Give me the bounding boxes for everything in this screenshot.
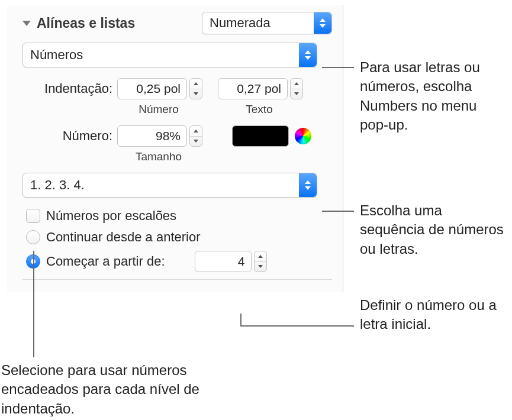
number-format-popup[interactable]: Números bbox=[22, 43, 317, 67]
leader-line bbox=[240, 325, 354, 327]
disclosure-triangle-icon[interactable] bbox=[22, 21, 31, 26]
indent-text-sublabel: Texto bbox=[218, 103, 301, 116]
continue-radio[interactable] bbox=[26, 230, 40, 244]
stepper-up-icon[interactable] bbox=[190, 126, 202, 137]
indent-number-stepper[interactable] bbox=[189, 78, 202, 99]
annotation-start-number: Definir o número ou a letra inicial. bbox=[360, 296, 502, 334]
stepper-down-icon[interactable] bbox=[190, 137, 202, 147]
tiered-checkbox-row: Números por escalões bbox=[22, 208, 332, 224]
bullets-lists-panel: Alíneas e listas Numerada Números Indent… bbox=[7, 5, 343, 292]
color-well[interactable] bbox=[232, 125, 289, 147]
start-from-radio-label: Começar a partir de: bbox=[46, 254, 165, 269]
continue-radio-row: Continuar desde a anterior bbox=[22, 230, 332, 245]
number-label: Número: bbox=[22, 128, 117, 144]
number-format-value: Números bbox=[23, 47, 299, 63]
annotation-number-format: Para usar letras ou números, escolha Num… bbox=[360, 58, 508, 135]
indent-number-field[interactable]: 0,25 pol bbox=[117, 78, 187, 99]
start-from-field[interactable]: 4 bbox=[195, 251, 252, 272]
stepper-down-icon[interactable] bbox=[190, 89, 202, 99]
indent-label: Indentação: bbox=[22, 81, 117, 96]
indent-sublabels: Número Texto bbox=[22, 103, 332, 116]
number-row: Número: 98% bbox=[22, 125, 332, 147]
indent-text-group: 0,27 pol bbox=[218, 78, 303, 99]
number-sublabels: Tamanho bbox=[22, 150, 332, 163]
sequence-popup[interactable]: 1. 2. 3. 4. bbox=[22, 173, 317, 198]
section-header: Alíneas e listas Numerada bbox=[22, 12, 332, 34]
stepper-down-icon[interactable] bbox=[291, 89, 302, 99]
start-from-radio-row: Começar a partir de: 4 bbox=[22, 251, 332, 272]
number-size-field[interactable]: 98% bbox=[117, 125, 187, 147]
annotation-tiered: Selecione para usar números encadeados p… bbox=[1, 361, 214, 418]
list-type-popup[interactable]: Numerada bbox=[202, 12, 332, 34]
indent-text-stepper[interactable] bbox=[290, 78, 303, 99]
indent-row: Indentação: 0,25 pol 0,27 pol bbox=[22, 78, 332, 99]
stepper-down-icon[interactable] bbox=[255, 262, 266, 272]
popup-arrows-icon bbox=[299, 43, 317, 67]
color-picker-icon[interactable] bbox=[295, 128, 311, 144]
indent-number-sublabel: Número bbox=[117, 103, 200, 116]
list-type-value: Numerada bbox=[202, 15, 314, 31]
number-size-sublabel: Tamanho bbox=[117, 150, 200, 163]
stepper-up-icon[interactable] bbox=[255, 251, 266, 262]
leader-line bbox=[322, 67, 354, 68]
section-title: Alíneas e listas bbox=[37, 15, 196, 31]
popup-arrows-icon bbox=[299, 173, 317, 197]
annotation-sequence: Escolha uma sequência de números ou letr… bbox=[360, 201, 508, 259]
start-from-group: 4 bbox=[195, 251, 267, 272]
stepper-up-icon[interactable] bbox=[190, 79, 202, 89]
indent-text-field[interactable]: 0,27 pol bbox=[218, 78, 288, 99]
popup-arrows-icon bbox=[314, 12, 331, 34]
tiered-checkbox[interactable] bbox=[26, 209, 40, 223]
divider bbox=[22, 279, 332, 280]
indent-number-group: 0,25 pol bbox=[117, 78, 202, 99]
start-from-stepper[interactable] bbox=[254, 251, 267, 272]
sequence-value: 1. 2. 3. 4. bbox=[23, 177, 299, 193]
tiered-checkbox-label: Números por escalões bbox=[46, 208, 176, 224]
leader-line bbox=[240, 314, 241, 325]
number-size-group: 98% bbox=[117, 125, 202, 147]
leader-line bbox=[322, 211, 354, 212]
stepper-up-icon[interactable] bbox=[291, 79, 302, 89]
leader-line bbox=[33, 251, 34, 357]
number-size-stepper[interactable] bbox=[189, 125, 202, 147]
continue-radio-label: Continuar desde a anterior bbox=[46, 230, 201, 245]
